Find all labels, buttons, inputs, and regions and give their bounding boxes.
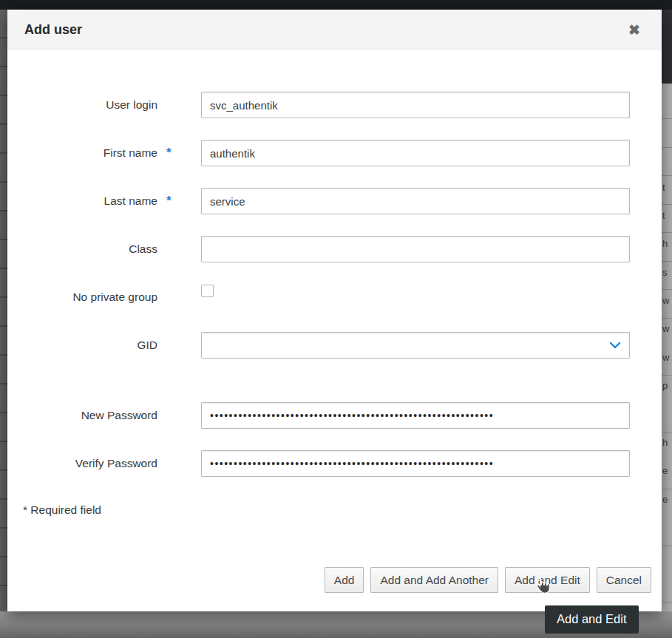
add-and-edit-tooltip: Add and Edit — [545, 605, 639, 634]
close-icon[interactable]: ✖ — [624, 21, 645, 38]
backdrop-right-edge: tthswwwphee — [662, 84, 672, 611]
gid-label: GID — [23, 339, 157, 352]
dialog-footer: Add Add and Add Another Add and Edit Can… — [7, 567, 662, 593]
backdrop-page-navbar — [0, 0, 672, 10]
edge-text-fragment: e — [662, 494, 668, 505]
edge-text-fragment: h — [662, 238, 668, 249]
verify-password-input[interactable] — [201, 450, 630, 477]
edge-text-fragment: w — [662, 352, 669, 363]
no-private-group-label: No private group — [23, 291, 157, 304]
new-password-input[interactable] — [201, 402, 630, 429]
last-name-input[interactable] — [201, 188, 630, 214]
cancel-button[interactable]: Cancel — [597, 567, 651, 593]
new-password-row: New Password — [7, 402, 662, 429]
verify-password-row: Verify Password — [7, 450, 662, 477]
edge-text-fragment: h — [662, 437, 668, 448]
required-star: * — [166, 194, 181, 208]
add-user-dialog: Add user ✖ User login First name * Last … — [7, 10, 662, 611]
edge-text-fragment: w — [662, 323, 669, 334]
no-private-group-row: No private group — [7, 284, 662, 310]
edge-text-fragment: e — [662, 465, 668, 476]
first-name-row: First name * — [7, 140, 662, 166]
first-name-label: First name — [23, 146, 157, 160]
backdrop-left-edge — [0, 10, 7, 638]
edge-text-fragment: p — [662, 380, 668, 391]
edge-text-fragment: t — [662, 182, 665, 193]
new-password-label: New Password — [23, 409, 157, 422]
class-label: Class — [23, 242, 157, 256]
add-button[interactable]: Add — [325, 567, 364, 593]
dialog-title: Add user — [24, 22, 624, 38]
edge-text-fragment: s — [662, 267, 668, 278]
required-star: * — [166, 146, 181, 160]
dialog-body: User login First name * Last name * Clas… — [7, 50, 662, 517]
verify-password-label: Verify Password — [23, 457, 157, 470]
edge-text-fragment: t — [662, 210, 665, 221]
user-login-input[interactable] — [201, 92, 630, 118]
class-row: Class — [7, 236, 662, 262]
required-field-note: * Required field — [23, 503, 662, 517]
no-private-group-checkbox[interactable] — [201, 285, 214, 297]
backdrop-right-edge-header — [662, 10, 672, 84]
last-name-label: Last name — [23, 194, 157, 208]
last-name-row: Last name * — [7, 188, 662, 214]
add-and-edit-button[interactable]: Add and Edit — [505, 567, 590, 593]
gid-combobox-input[interactable] — [201, 332, 630, 359]
user-login-label: User login — [23, 98, 157, 112]
edge-text-fragment: w — [662, 295, 669, 306]
first-name-input[interactable] — [201, 140, 630, 166]
dialog-header: Add user ✖ — [7, 10, 662, 50]
class-input[interactable] — [201, 236, 630, 262]
chevron-down-icon[interactable] — [609, 342, 621, 349]
add-and-add-another-button[interactable]: Add and Add Another — [370, 567, 498, 593]
user-login-row: User login — [7, 92, 662, 118]
gid-row: GID — [7, 332, 662, 359]
